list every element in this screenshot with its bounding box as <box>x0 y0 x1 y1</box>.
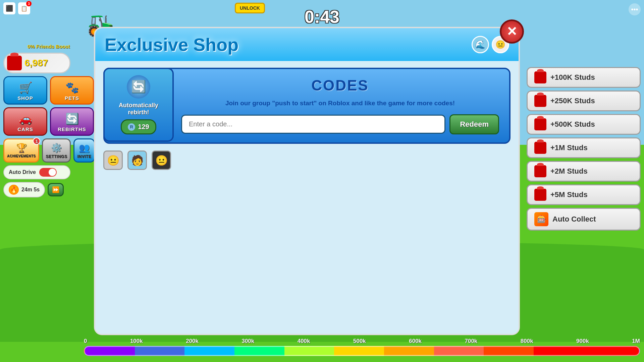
100k-studs-button[interactable]: +100K Studs <box>527 67 641 88</box>
progress-label-600k: 600k <box>409 338 422 345</box>
right-panel: +100K Studs +250K Studs +500K Studs +1M … <box>527 67 641 231</box>
settings-label: SETTINGS <box>46 154 67 159</box>
5m-studs-label: +5M Studs <box>550 190 588 199</box>
top-bar-icons: ⬛ 📋 3 <box>3 2 30 14</box>
exclusive-shop-modal: Exclusive Shop 🌊 😐 🔄 Automatically rebir… <box>94 27 520 335</box>
avatar-1: 🌊 <box>472 36 489 53</box>
2m-stud-icon <box>534 165 546 177</box>
progress-label-800k: 800k <box>521 338 533 345</box>
avatar-row: 😐 🧑 😐 <box>103 145 511 170</box>
1m-studs-button[interactable]: +1M Studs <box>527 137 641 158</box>
top-right-menu: ••• <box>629 3 641 15</box>
progress-bar-track <box>84 346 640 356</box>
left-panel: 0% Friends Boost 6,987 🛒 SHOP 🐾 PETS 🚗 C… <box>3 44 94 197</box>
auto-drive-row: Auto Drive <box>3 165 70 179</box>
progress-label-200k: 200k <box>186 338 199 345</box>
1m-stud-icon <box>534 142 546 154</box>
cars-button[interactable]: 🚗 CARS <box>3 107 47 136</box>
settings-button[interactable]: ⚙️ SETTINGS <box>42 138 71 163</box>
codes-input-row: Redeem <box>181 114 499 134</box>
progress-label-300k: 300k <box>241 338 254 345</box>
redeem-button[interactable]: Redeem <box>449 114 499 134</box>
rebirths-label: REBIRTHS <box>58 126 86 132</box>
friends-boost-label: 0% Friends Boost <box>3 44 94 49</box>
auto-collect-button[interactable]: 🎰 Auto Collect <box>527 208 641 231</box>
pets-icon: 🐾 <box>65 81 79 94</box>
shop-icon: 🛒 <box>19 81 32 94</box>
100k-stud-icon <box>534 71 546 83</box>
shop-label: SHOP <box>17 95 33 101</box>
achievements-button[interactable]: 1 🏆 ACHIEVEMENTS <box>3 138 39 163</box>
shop-item-icon: 🔄 <box>127 75 150 99</box>
progress-labels: 0 100k 200k 300k 400k 500k 600k 700k 800… <box>84 338 640 345</box>
progress-label-900k: 900k <box>576 338 589 345</box>
achievements-label: ACHIEVEMENTS <box>7 154 36 158</box>
achievements-badge: 1 <box>33 137 40 145</box>
shop-item-card[interactable]: 🔄 Automatically rebirth! R 129 <box>103 68 174 142</box>
100k-studs-label: +100K Studs <box>550 73 595 82</box>
nav-grid: 🛒 SHOP 🐾 PETS 🚗 CARS 🔄 REBIRTHS <box>3 76 94 136</box>
modal-wrapper: Exclusive Shop 🌊 😐 🔄 Automatically rebir… <box>94 27 520 335</box>
modal-body: 🔄 Automatically rebirth! R 129 CODES Joi… <box>95 61 519 335</box>
code-input[interactable] <box>181 115 445 134</box>
invite-button[interactable]: 👥 INVITE <box>73 138 95 163</box>
500k-studs-label: +500K Studs <box>550 120 595 129</box>
pets-button[interactable]: 🐾 PETS <box>50 76 94 105</box>
robux-icon: R <box>128 123 135 131</box>
roblox-icon[interactable]: ⬛ <box>3 2 15 14</box>
game-timer: 0:43 <box>305 7 339 27</box>
avatar-thumb-2: 🧑 <box>127 150 147 170</box>
auto-drive-toggle[interactable] <box>39 168 57 177</box>
progress-label-1m: 1M <box>632 338 640 345</box>
close-modal-button[interactable]: ✕ <box>500 19 524 44</box>
shop-button[interactable]: 🛒 SHOP <box>3 76 47 105</box>
2m-studs-button[interactable]: +2M Studs <box>527 161 641 182</box>
1m-studs-label: +1M Studs <box>550 143 588 152</box>
timer-countdown: 24m 5s <box>21 187 40 193</box>
250k-studs-button[interactable]: +250K Studs <box>527 90 641 111</box>
progress-label-0: 0 <box>84 338 87 345</box>
rebirths-icon: 🔄 <box>65 112 79 125</box>
cars-label: CARS <box>17 126 33 132</box>
currency-icon <box>7 56 22 70</box>
timer-pill: 🔥 24m 5s <box>3 182 45 197</box>
rebirths-button[interactable]: 🔄 REBIRTHS <box>50 107 94 136</box>
auto-drive-label: Auto Drive <box>9 169 36 175</box>
menu-dots-button[interactable]: ••• <box>629 3 641 15</box>
auto-collect-label: Auto Collect <box>552 215 596 224</box>
timer-row: 🔥 24m 5s ⏩ <box>3 182 94 197</box>
modal-title: Exclusive Shop <box>105 34 238 55</box>
invite-label: INVITE <box>77 154 91 159</box>
cars-icon: 🚗 <box>19 112 32 125</box>
shop-item-buy-button[interactable]: R 129 <box>121 119 156 134</box>
notification-badge: 3 <box>26 1 32 6</box>
avatar-thumb-1: 😐 <box>103 150 123 170</box>
currency-amount: 6,987 <box>24 58 48 68</box>
250k-studs-label: +250K Studs <box>550 97 595 105</box>
currency-display: 6,987 <box>3 53 70 73</box>
auto-collect-icon: 🎰 <box>534 212 548 226</box>
shop-item-description: Automatically rebirth! <box>111 102 166 116</box>
achievements-icon: 🏆 <box>16 143 27 153</box>
notification-button[interactable]: 📋 3 <box>18 2 30 14</box>
invite-icon: 👥 <box>79 143 90 153</box>
bottom-nav-row: 1 🏆 ACHIEVEMENTS ⚙️ SETTINGS 👥 INVITE <box>3 138 94 163</box>
fast-forward-button[interactable]: ⏩ <box>48 183 64 196</box>
shop-item-price: 129 <box>138 123 149 131</box>
progress-label-400k: 400k <box>298 338 310 345</box>
progress-label-100k: 100k <box>130 338 143 345</box>
progress-label-500k: 500k <box>353 338 366 345</box>
settings-icon: ⚙️ <box>51 143 62 153</box>
unlock-button[interactable]: UNLOCK <box>235 3 265 13</box>
modal-header: Exclusive Shop 🌊 😐 <box>95 28 519 61</box>
avatar-thumb-3: 😐 <box>152 150 171 170</box>
flame-icon: 🔥 <box>9 185 19 195</box>
500k-stud-icon <box>534 118 546 130</box>
5m-studs-button[interactable]: +5M Studs <box>527 184 641 205</box>
2m-studs-label: +2M Studs <box>550 167 588 176</box>
progress-label-700k: 700k <box>465 338 478 345</box>
toggle-knob <box>49 169 56 176</box>
500k-studs-button[interactable]: +500K Studs <box>527 114 641 135</box>
250k-stud-icon <box>534 95 546 107</box>
pets-label: PETS <box>65 95 79 101</box>
